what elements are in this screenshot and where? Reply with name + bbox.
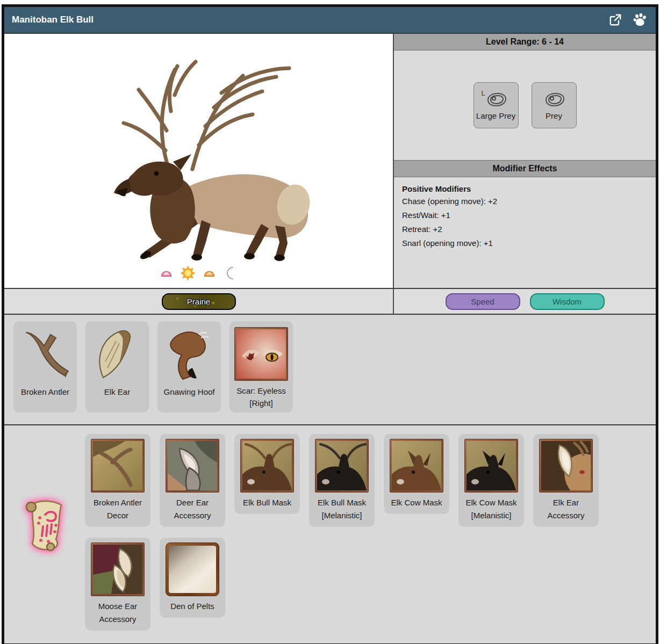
drop-label: Scar: Eyeless [Right]	[233, 385, 290, 410]
stat-button-wisdom[interactable]: Wisdom	[530, 293, 605, 310]
craft-image	[166, 439, 219, 493]
dawn-icon	[159, 266, 174, 280]
steak-icon	[542, 90, 566, 110]
drops-section: Broken Antler Elk Ear	[4, 315, 656, 424]
prey-size-area: L Large Prey	[394, 50, 656, 160]
stat-button-speed[interactable]: Speed	[446, 293, 520, 310]
prey-button-label: Large Prey	[476, 111, 515, 120]
dusk-icon	[202, 266, 217, 280]
drop-card-gnawing-hoof[interactable]: Gnawing Hoof	[157, 321, 221, 413]
craft-card-elk-cow-mask-melanistic[interactable]: Elk Cow Mask [Melanistic]	[458, 434, 524, 527]
craft-image	[240, 439, 294, 493]
craft-card-deer-ear-accessory[interactable]: Deer Ear Accessory	[160, 434, 225, 527]
page-title: Manitoban Elk Bull	[12, 15, 94, 25]
broken-antler-icon	[17, 324, 73, 385]
elk-ear-icon	[89, 324, 145, 385]
paw-icon[interactable]	[632, 12, 648, 28]
craft-label: Deer Ear Accessory	[162, 496, 223, 522]
encyclopedia-card: Manitoban Elk Bull	[2, 4, 658, 644]
habitat-area: Prairie	[4, 289, 393, 314]
modifier-line: Chase (opening move): +2	[402, 197, 648, 206]
drop-card-broken-antler[interactable]: Broken Antler	[13, 321, 77, 413]
drop-label: Gnawing Hoof	[163, 386, 214, 398]
modifier-line: Rest/Wait: +1	[402, 211, 648, 220]
modifier-line: Retreat: +2	[402, 225, 648, 234]
drop-label: Elk Ear	[104, 386, 130, 398]
craftables-section: Broken Antler Decor Deer Ear Accessory	[4, 424, 656, 643]
craft-image	[315, 439, 369, 493]
scar-eyeless-image	[234, 324, 288, 383]
positive-modifiers-title: Positive Modifiers	[402, 184, 648, 193]
craft-label: Elk Cow Mask	[391, 496, 442, 509]
night-icon	[224, 266, 238, 280]
modifier-line: Snarl (opening move): +1	[402, 238, 648, 248]
craft-label: Elk Cow Mask [Melanistic]	[461, 496, 521, 522]
creature-panel	[4, 34, 393, 288]
info-panel: Level Range: 6 - 14 L Large Prey	[394, 34, 656, 288]
biome-button-prairie[interactable]: Prairie	[162, 293, 236, 310]
craft-card-moose-ear-accessory[interactable]: Moose Ear Accessory	[85, 538, 150, 631]
craft-label: Den of Pelts	[170, 600, 214, 613]
stats-area: Speed Wisdom	[394, 289, 656, 314]
craft-card-elk-cow-mask[interactable]: Elk Cow Mask	[384, 434, 449, 514]
steak-icon: L	[484, 90, 508, 110]
drop-card-scar-eyeless[interactable]: Scar: Eyeless [Right]	[229, 321, 293, 413]
craft-image	[464, 439, 518, 493]
craft-image	[390, 439, 443, 493]
craft-card-elk-bull-mask-melanistic[interactable]: Elk Bull Mask [Melanistic]	[309, 434, 375, 527]
large-prey-button[interactable]: L Large Prey	[474, 82, 519, 128]
level-range-header: Level Range: 6 - 14	[394, 34, 656, 50]
prey-button[interactable]: Prey	[532, 82, 577, 128]
modifier-effects-header: Modifier Effects	[394, 160, 656, 177]
craft-image	[539, 439, 593, 493]
habitat-stats-row: Prairie Speed Wisdom	[4, 288, 656, 315]
drop-card-elk-ear[interactable]: Elk Ear	[85, 321, 149, 413]
active-times-row	[4, 266, 393, 280]
external-link-icon[interactable]	[607, 12, 623, 28]
craft-image	[91, 542, 145, 596]
modifier-list: Positive Modifiers Chase (opening move):…	[394, 177, 656, 288]
drop-label: Broken Antler	[21, 386, 69, 398]
craft-label: Broken Antler Decor	[88, 496, 148, 522]
day-icon	[181, 266, 195, 280]
craft-card-den-of-pelts[interactable]: Den of Pelts	[160, 538, 225, 618]
title-bar: Manitoban Elk Bull	[4, 7, 656, 33]
craft-image	[166, 542, 219, 596]
craft-label: Elk Ear Accessory	[536, 496, 596, 522]
recipe-scroll-icon	[19, 494, 75, 554]
craft-image	[91, 439, 145, 493]
craft-label: Elk Bull Mask	[243, 496, 291, 509]
craftables-grid: Broken Antler Decor Deer Ear Accessory	[85, 434, 647, 631]
craft-card-elk-ear-accessory[interactable]: Elk Ear Accessory	[533, 434, 599, 527]
gnawing-hoof-icon	[161, 324, 217, 385]
craft-card-broken-antler-decor[interactable]: Broken Antler Decor	[85, 434, 150, 527]
prey-button-label: Prey	[546, 111, 562, 120]
elk-illustration	[38, 35, 360, 266]
main-row: Level Range: 6 - 14 L Large Prey	[4, 33, 656, 288]
craft-card-elk-bull-mask[interactable]: Elk Bull Mask	[234, 434, 300, 514]
craft-label: Elk Bull Mask [Melanistic]	[312, 496, 372, 522]
craft-label: Moose Ear Accessory	[88, 600, 148, 626]
